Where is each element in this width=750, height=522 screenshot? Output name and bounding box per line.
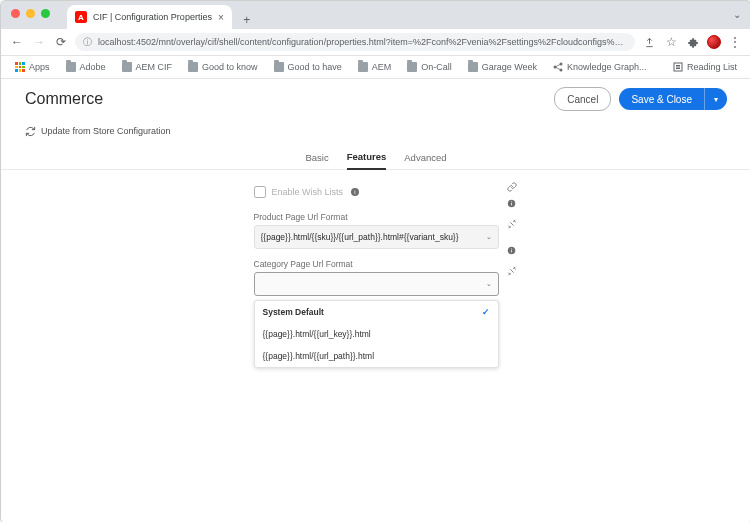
new-tab-button[interactable]: +	[238, 11, 256, 29]
bookmark-link-knowledgegraph[interactable]: Knowledge Graph...	[547, 60, 653, 74]
enable-wishlist-checkbox[interactable]	[254, 186, 266, 198]
browser-toolbar: ← → ⟳ ⓘ localhost:4502/mnt/overlay/cif/s…	[1, 29, 750, 56]
window-zoom-icon[interactable]	[41, 9, 50, 18]
reload-icon[interactable]: ⟳	[53, 34, 69, 50]
browser-tabstrip: A CIF | Configuration Properties × + ⌄	[1, 1, 750, 29]
folder-icon	[468, 62, 478, 72]
extension-badge-icon[interactable]	[707, 35, 721, 49]
bookmark-folder-adobe[interactable]: Adobe	[60, 60, 112, 74]
tab-title: CIF | Configuration Properties	[93, 12, 212, 22]
reading-list-icon	[673, 62, 683, 72]
product-url-select[interactable]: {{page}}.html/{{sku}}/{{url_path}}.html#…	[254, 225, 499, 249]
option-url-path[interactable]: {{page}}.html/{{url_path}}.html	[255, 345, 498, 367]
site-info-icon[interactable]: ⓘ	[83, 36, 92, 49]
nav-back-icon[interactable]: ←	[9, 34, 25, 50]
svg-line-4	[555, 67, 561, 70]
url-text: localhost:4502/mnt/overlay/cif/shell/con…	[98, 37, 627, 47]
bookmark-folder-garage[interactable]: Garage Week	[462, 60, 543, 74]
graph-icon	[553, 62, 563, 72]
page-title: Commerce	[25, 90, 103, 108]
svg-point-11	[511, 201, 512, 202]
bookmark-bar: Apps Adobe AEM CIF Good to know Good to …	[1, 56, 750, 79]
chevron-down-icon: ▾	[714, 95, 718, 104]
bookmark-apps[interactable]: Apps	[9, 60, 56, 74]
folder-icon	[188, 62, 198, 72]
page-header: Commerce Cancel Save & Close ▾	[1, 79, 750, 119]
tab-advanced[interactable]: Advanced	[404, 152, 446, 169]
folder-icon	[274, 62, 284, 72]
page: Commerce Cancel Save & Close ▾ Update fr…	[1, 79, 750, 522]
inherit-link-icon[interactable]	[507, 182, 517, 192]
save-close-button[interactable]: Save & Close	[619, 88, 704, 110]
bookmark-folder-goodtohave[interactable]: Good to have	[268, 60, 348, 74]
url-bar[interactable]: ⓘ localhost:4502/mnt/overlay/cif/shell/c…	[75, 33, 635, 51]
bookmark-folder-goodtoknow[interactable]: Good to know	[182, 60, 264, 74]
share-icon[interactable]	[641, 34, 657, 50]
window-minimize-icon[interactable]	[26, 9, 35, 18]
option-url-key[interactable]: {{page}}.html/{{url_key}}.html	[255, 323, 498, 345]
tab-overflow-icon[interactable]: ⌄	[733, 9, 741, 20]
folder-icon	[407, 62, 417, 72]
page-toolbar: Update from Store Configuration	[1, 119, 750, 143]
save-menu-button[interactable]: ▾	[704, 88, 727, 110]
browser-tab[interactable]: A CIF | Configuration Properties ×	[67, 5, 232, 29]
info-icon[interactable]: i	[351, 188, 359, 196]
product-url-row: Product Page Url Format {{page}}.html/{{…	[254, 212, 499, 249]
bookmark-folder-aemcif[interactable]: AEM CIF	[116, 60, 179, 74]
extensions-icon[interactable]	[685, 34, 701, 50]
option-system-default[interactable]: System Default ✓	[255, 301, 498, 323]
bookmark-star-icon[interactable]: ☆	[663, 34, 679, 50]
chevron-down-icon: ⌄	[486, 233, 492, 241]
tab-list: Basic Features Advanced	[1, 143, 750, 170]
window-close-icon[interactable]	[11, 9, 20, 18]
enable-wishlist-label: Enable Wish Lists	[272, 187, 344, 197]
folder-icon	[122, 62, 132, 72]
svg-line-3	[555, 64, 561, 67]
category-url-listbox: System Default ✓ {{page}}.html/{{url_key…	[254, 300, 499, 368]
chevron-down-icon: ⌄	[486, 280, 492, 288]
checkmark-icon: ✓	[482, 307, 490, 317]
tab-features[interactable]: Features	[347, 151, 387, 170]
browser-window: A CIF | Configuration Properties × + ⌄ ←…	[0, 0, 750, 522]
folder-icon	[358, 62, 368, 72]
svg-point-14	[511, 248, 512, 249]
bookmark-folder-oncall[interactable]: On-Call	[401, 60, 458, 74]
reading-list[interactable]: Reading List	[667, 60, 743, 74]
enable-wishlist-row: Enable Wish Lists i	[254, 182, 499, 202]
bookmark-folder-aem[interactable]: AEM	[352, 60, 398, 74]
save-button-group: Save & Close ▾	[619, 88, 727, 110]
category-url-label: Category Page Url Format	[254, 259, 499, 269]
nav-forward-icon[interactable]: →	[31, 34, 47, 50]
header-actions: Cancel Save & Close ▾	[554, 87, 727, 111]
apps-icon	[15, 62, 25, 72]
break-inherit-icon[interactable]	[507, 266, 517, 276]
tab-panel: Basic Features Advanced Enable Wish List…	[1, 143, 750, 522]
cancel-button[interactable]: Cancel	[554, 87, 611, 111]
browser-menu-icon[interactable]: ⋮	[727, 34, 743, 50]
update-from-store-link[interactable]: Update from Store Configuration	[25, 126, 171, 137]
info-icon[interactable]	[507, 198, 517, 208]
tab-close-icon[interactable]: ×	[218, 12, 224, 23]
product-url-label: Product Page Url Format	[254, 212, 499, 222]
svg-rect-13	[511, 249, 512, 252]
folder-icon	[66, 62, 76, 72]
info-icon[interactable]	[507, 245, 517, 255]
svg-rect-10	[511, 202, 512, 205]
sync-icon	[25, 126, 36, 137]
form: Enable Wish Lists i Product Page Url For…	[1, 170, 750, 522]
category-url-row: Category Page Url Format ⌄	[254, 259, 499, 296]
category-url-select[interactable]: ⌄	[254, 272, 499, 296]
adobe-favicon-icon: A	[75, 11, 87, 23]
window-controls	[11, 9, 50, 18]
tab-basic[interactable]: Basic	[305, 152, 328, 169]
break-inherit-icon[interactable]	[507, 219, 517, 229]
